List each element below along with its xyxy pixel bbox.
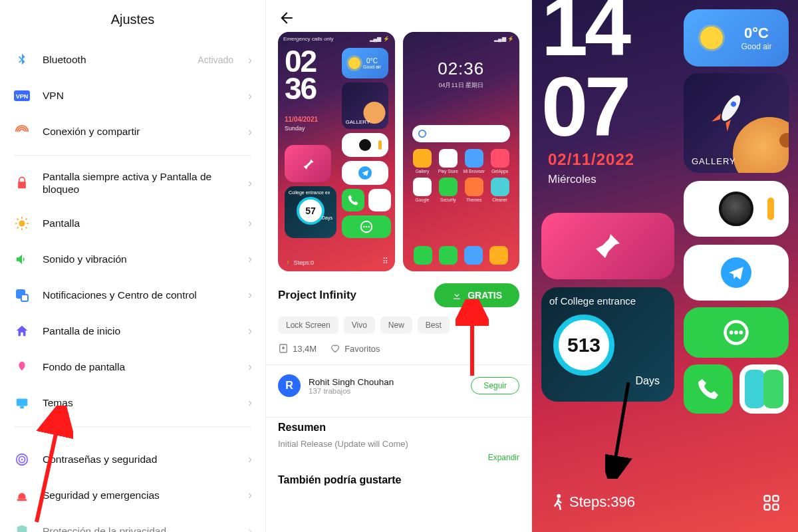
settings-row-value: Activado	[198, 55, 233, 65]
theme-preview-homescreen[interactable]: ▂▄▆ ⚡ 02:36 04月11日 星期日 GalleryPlay Store…	[403, 32, 520, 271]
settings-row-themes[interactable]: Temas ›	[0, 385, 265, 421]
theme-favorites[interactable]: Favoritos	[330, 343, 380, 354]
back-button[interactable]	[278, 0, 519, 32]
chevron-right-icon: ›	[248, 216, 252, 230]
telegram-widget[interactable]	[684, 245, 789, 301]
steps-counter: Steps:396	[552, 493, 635, 511]
svg-point-23	[418, 130, 426, 138]
clock-text: 02:36	[403, 59, 520, 79]
svg-rect-32	[765, 496, 770, 501]
settings-row-notif[interactable]: Notificaciones y Centro de control ›	[0, 277, 265, 313]
tag[interactable]: Lock Screen	[278, 317, 338, 334]
svg-rect-14	[20, 406, 24, 408]
countdown-widget[interactable]: of College entrance 513 Days	[541, 287, 674, 402]
telegram-icon	[721, 257, 751, 288]
camera-widget	[342, 133, 388, 157]
settings-row-vpn[interactable]: VPN VPN ›	[0, 78, 265, 114]
theme-tags: Lock Screen Vivo New Best	[278, 317, 519, 334]
day-label: Sunday	[285, 125, 305, 132]
settings-row-passwords[interactable]: Contraseñas y seguridad ›	[0, 442, 265, 477]
bluetooth-icon	[13, 51, 31, 68]
messages-widget	[342, 215, 391, 238]
app-icon: Gallery	[411, 149, 434, 174]
settings-row-sound[interactable]: Sonido y vibración ›	[0, 241, 265, 277]
chevron-right-icon: ›	[248, 53, 252, 67]
also-like-heading: También podría gustarte	[278, 474, 519, 486]
app-drawer-icon[interactable]	[762, 493, 781, 512]
svg-line-9	[17, 227, 19, 228]
settings-row-display[interactable]: Pantalla ›	[0, 205, 265, 241]
app-icon: Security	[436, 178, 460, 202]
privacy-icon	[13, 523, 31, 532]
tag[interactable]: Best	[418, 317, 450, 334]
svg-point-25	[718, 92, 744, 124]
download-button[interactable]: GRATIS	[434, 283, 519, 307]
app-widget	[368, 189, 391, 211]
chevron-right-icon: ›	[248, 288, 252, 302]
fingerprint-icon	[13, 451, 31, 468]
settings-row-label: Contraseñas y seguridad	[43, 453, 236, 466]
messages-widget[interactable]	[684, 307, 789, 358]
settings-row-share[interactable]: Conexión y compartir ›	[0, 114, 265, 150]
settings-row-aod[interactable]: Pantalla siempre activa y Pantalla de bl…	[0, 161, 265, 205]
theme-preview-lockscreen[interactable]: Emergency calls only ▂▄▆ ⚡ 0236 0°CGood …	[278, 32, 395, 271]
dock	[411, 246, 512, 265]
svg-rect-13	[17, 398, 28, 406]
camera-lens-icon	[719, 192, 753, 226]
gallery-widget[interactable]: GALLERY	[684, 73, 789, 173]
follow-button[interactable]: Seguir	[471, 377, 519, 394]
app-icon: Google	[411, 178, 434, 202]
phone-widget[interactable]	[684, 364, 733, 414]
chevron-right-icon: ›	[248, 324, 252, 338]
theme-author[interactable]: R Rohit Singh Chouhan 137 trabajos Segui…	[278, 365, 519, 406]
chevron-right-icon: ›	[248, 125, 252, 139]
svg-rect-18	[17, 499, 27, 501]
download-size-icon	[278, 343, 289, 354]
svg-point-17	[21, 458, 23, 460]
svg-point-2	[19, 220, 25, 226]
separator	[13, 155, 252, 156]
camera-widget[interactable]	[684, 181, 789, 237]
app-icon: Themes	[462, 178, 485, 202]
svg-point-20	[363, 226, 364, 227]
day-label: Miércoles	[548, 173, 597, 186]
chevron-right-icon: ›	[248, 452, 252, 466]
pin-widget[interactable]	[541, 213, 674, 279]
chat-icon	[722, 318, 751, 347]
weather-widget[interactable]: 0°CGood air	[684, 9, 789, 66]
settings-row-privacy[interactable]: Protección de la privacidad ›	[0, 513, 265, 532]
theme-name: Project Infinity	[278, 289, 356, 302]
settings-row-emergency[interactable]: Seguridad y emergencias ›	[0, 477, 265, 513]
author-works: 137 trabajos	[309, 387, 394, 395]
status-bar-icons: ▂▄▆ ⚡	[494, 36, 514, 42]
tag[interactable]: New	[380, 317, 412, 334]
author-name: Rohit Singh Chouhan	[309, 377, 394, 387]
home-icon	[13, 323, 31, 340]
tag[interactable]: Vivo	[344, 317, 375, 334]
settings-row-label: Pantalla	[43, 217, 236, 229]
summary-text: Initial Release (Update will Come)	[278, 439, 519, 449]
telegram-widget	[342, 161, 388, 185]
pushpin-icon	[592, 230, 624, 262]
settings-row-label: Seguridad y emergencias	[43, 489, 236, 501]
svg-line-8	[26, 227, 27, 228]
expand-link[interactable]: Expandir	[278, 453, 519, 462]
sun-icon	[13, 215, 31, 232]
app-widget[interactable]	[739, 364, 789, 414]
svg-point-21	[366, 226, 367, 227]
date-text: 04月11日 星期日	[403, 81, 520, 90]
app-icon: GetApps	[488, 149, 511, 174]
pin-widget	[285, 145, 331, 182]
download-icon	[452, 290, 462, 301]
settings-row-wallpaper[interactable]: Fondo de pantalla ›	[0, 349, 265, 385]
settings-row-homescreen[interactable]: Pantalla de inicio ›	[0, 313, 265, 349]
chevron-right-icon: ›	[248, 252, 252, 266]
clock-widget: 1407	[541, 0, 628, 148]
settings-row-bluetooth[interactable]: Bluetooth Activado ›	[0, 42, 265, 78]
app-grid: GalleryPlay StoreMi BrowserGetAppsGoogle…	[411, 149, 512, 202]
sound-icon	[13, 251, 31, 268]
settings-row-label: Pantalla siempre activa y Pantalla de bl…	[43, 170, 236, 196]
settings-row-label: Temas	[43, 396, 236, 409]
settings-row-label: Protección de la privacidad	[43, 525, 236, 532]
svg-line-10	[26, 218, 27, 219]
